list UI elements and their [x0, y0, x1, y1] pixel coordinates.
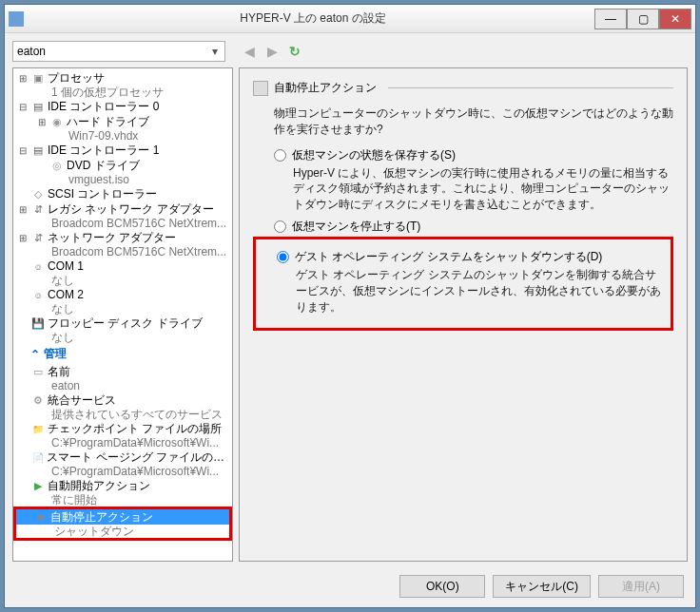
- tree-ide0[interactable]: ⊟IDE コントローラー 0: [13, 99, 232, 114]
- detail-pane: 自動停止アクション 物理コンピューターのシャットダウン時に、この仮想マシンではど…: [239, 67, 688, 562]
- tree-autostop-highlight: 自動停止アクション シャットダウン: [13, 507, 232, 541]
- radio-save-state[interactable]: [274, 149, 286, 162]
- option-shutdown-label: ゲスト オペレーティング システムをシャットダウンする(D): [295, 249, 602, 265]
- option-shutdown-desc: ゲスト オペレーティング システムのシャットダウンを制御する統合サービスが、仮想…: [296, 267, 667, 315]
- header-divider: [388, 87, 673, 88]
- network-icon: [30, 202, 46, 216]
- tree-net-sub: Broadcom BCM5716C NetXtrem...: [13, 245, 232, 258]
- section-caret-icon: ⌃: [30, 348, 40, 361]
- cpu-icon: [30, 71, 46, 85]
- hdd-icon: [49, 115, 65, 128]
- tree-page-sub: C:¥ProgramData¥Microsoft¥Wi...: [13, 465, 232, 478]
- nav-buttons: ◀ ▶ ↻: [241, 43, 303, 60]
- tree-scsi[interactable]: SCSI コントローラー: [13, 186, 232, 201]
- window-title: HYPER-V 上の eaton の設定: [31, 10, 594, 27]
- detail-header: 自動停止アクション: [253, 80, 673, 96]
- chevron-down-icon: ▾: [209, 45, 221, 58]
- name-icon: [30, 365, 46, 378]
- option-save-state-desc: Hyper-V により、仮想マシンの実行時に使用されるメモリの量に相当するディス…: [293, 165, 673, 213]
- scsi-icon: [30, 187, 46, 201]
- detail-description: 物理コンピューターのシャットダウン時に、この仮想マシンではどのような動作を実行さ…: [274, 105, 673, 138]
- tree-name-sub: eaton: [13, 379, 232, 392]
- tree-ide1[interactable]: ⊟IDE コントローラー 1: [13, 143, 232, 158]
- refresh-button[interactable]: ↻: [286, 43, 303, 60]
- tree-ide0-hdd[interactable]: ⊞ハード ドライブ: [13, 114, 232, 129]
- tree-com2[interactable]: COM 2: [13, 287, 232, 302]
- maximize-button[interactable]: ▢: [627, 9, 659, 29]
- tree-page[interactable]: スマート ページング ファイルの場所: [13, 449, 232, 465]
- tree-autostart-sub: 常に開始: [13, 493, 232, 507]
- tree-fdd-sub: なし: [13, 331, 232, 344]
- autostop-icon: [33, 510, 49, 524]
- option-save-state-label: 仮想マシンの状態を保存する(S): [292, 147, 456, 163]
- body: ⊞プロセッサ 1 個の仮想プロセッサ ⊟IDE コントローラー 0 ⊞ハード ド…: [12, 67, 688, 562]
- minimize-button[interactable]: —: [594, 9, 627, 29]
- tree-processor-sub: 1 個の仮想プロセッサ: [13, 86, 232, 99]
- tree-autostop-sub: シャットダウン: [16, 525, 229, 538]
- option-save-state[interactable]: 仮想マシンの状態を保存する(S): [274, 147, 673, 163]
- network-icon: [30, 231, 46, 244]
- close-button[interactable]: ✕: [659, 9, 691, 29]
- forward-button[interactable]: ▶: [263, 43, 281, 60]
- radio-turn-off[interactable]: [274, 220, 286, 233]
- tree-autostart[interactable]: 自動開始アクション: [13, 478, 232, 493]
- tree-chk-sub: C:¥ProgramData¥Microsoft¥Wi...: [13, 436, 232, 449]
- autostop-header-icon: [253, 81, 268, 96]
- settings-tree[interactable]: ⊞プロセッサ 1 個の仮想プロセッサ ⊟IDE コントローラー 0 ⊞ハード ド…: [12, 67, 233, 562]
- option-turn-off[interactable]: 仮想マシンを停止する(T): [274, 219, 673, 235]
- back-button[interactable]: ◀: [241, 43, 258, 60]
- vm-selector-combo[interactable]: eaton ▾: [12, 41, 225, 62]
- tree-com1[interactable]: COM 1: [13, 258, 232, 274]
- tree-ide1-dvd-sub: vmguest.iso: [13, 173, 232, 186]
- settings-window: HYPER-V 上の eaton の設定 — ▢ ✕ eaton ▾ ◀ ▶ ↻…: [4, 4, 696, 608]
- com-icon: [30, 259, 46, 273]
- tree-com2-sub: なし: [13, 302, 232, 316]
- option-shutdown[interactable]: ゲスト オペレーティング システムをシャットダウンする(D): [277, 249, 667, 265]
- tree-svc-sub: 提供されているすべてのサービス: [13, 408, 232, 421]
- tree-mgmt-section[interactable]: ⌃管理: [13, 344, 232, 364]
- dvd-icon: [49, 159, 65, 172]
- tree-name[interactable]: 名前: [13, 364, 232, 379]
- com-icon: [30, 288, 46, 301]
- detail-title: 自動停止アクション: [274, 80, 377, 96]
- titlebar: HYPER-V 上の eaton の設定 — ▢ ✕: [5, 5, 695, 33]
- autostart-icon: [30, 479, 46, 492]
- checkpoint-icon: [30, 422, 46, 435]
- option-turn-off-label: 仮想マシンを停止する(T): [292, 219, 420, 235]
- tree-ide0-hdd-sub: Win7-09.vhdx: [13, 129, 232, 143]
- app-icon: [9, 11, 24, 27]
- tree-legacy-net[interactable]: ⊞レガシ ネットワーク アダプター: [13, 201, 232, 217]
- window-buttons: — ▢ ✕: [594, 9, 691, 29]
- combo-value: eaton: [17, 45, 46, 58]
- option-shutdown-highlight: ゲスト オペレーティング システムをシャットダウンする(D) ゲスト オペレーテ…: [253, 237, 673, 331]
- ide-icon: [30, 143, 46, 157]
- apply-button[interactable]: 適用(A): [598, 575, 684, 598]
- tree-ide1-dvd[interactable]: DVD ドライブ: [13, 158, 232, 173]
- tree-chk[interactable]: チェックポイント ファイルの場所: [13, 421, 232, 436]
- tree-legacy-net-sub: Broadcom BCM5716C NetXtrem...: [13, 217, 232, 230]
- paging-icon: [30, 450, 46, 464]
- cancel-button[interactable]: キャンセル(C): [493, 575, 591, 598]
- dialog-buttons: OK(O) キャンセル(C) 適用(A): [12, 567, 688, 600]
- content-area: eaton ▾ ◀ ▶ ↻ ⊞プロセッサ 1 個の仮想プロセッサ ⊟IDE コン…: [5, 33, 695, 607]
- tree-net[interactable]: ⊞ネットワーク アダプター: [13, 230, 232, 245]
- services-icon: [30, 393, 46, 407]
- floppy-icon: [30, 316, 46, 330]
- radio-shutdown[interactable]: [277, 251, 289, 263]
- ok-button[interactable]: OK(O): [399, 575, 485, 598]
- ide-icon: [30, 100, 46, 113]
- tree-com1-sub: なし: [13, 274, 232, 287]
- tree-fdd[interactable]: フロッピー ディスク ドライブ: [13, 316, 232, 331]
- toolbar: eaton ▾ ◀ ▶ ↻: [12, 41, 688, 62]
